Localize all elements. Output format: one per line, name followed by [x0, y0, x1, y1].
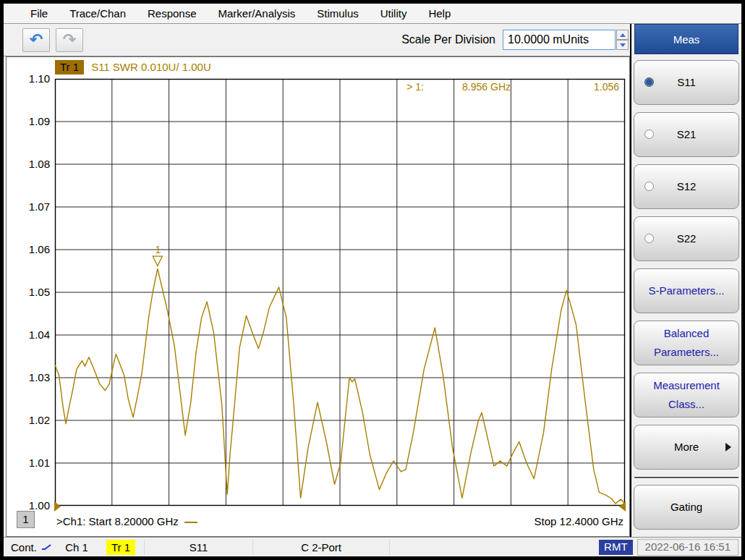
softkey-label: Measurement Class...: [640, 376, 733, 414]
trace-title: S11 SWR 0.010U/ 1.00U: [91, 61, 211, 73]
softkey-s11[interactable]: S11: [634, 60, 739, 105]
softkey-label: S11: [677, 73, 696, 92]
grid: [55, 79, 625, 506]
menu-help[interactable]: Help: [417, 7, 461, 20]
toolbar: ↶ ↷ Scale Per Division: [4, 24, 630, 56]
radio-selected-icon: [644, 77, 654, 87]
softkey-gating[interactable]: Gating: [634, 485, 739, 530]
trace-header: Tr 1S11 SWR 0.010U/ 1.00U: [55, 61, 211, 73]
y-axis-label: 1.08: [17, 158, 50, 171]
y-axis-label: 1.09: [17, 115, 50, 128]
marker-readout-name: > 1:: [406, 81, 424, 93]
trace-color-key-icon: [184, 522, 197, 523]
status-bar: Cont. Ch 1 Tr 1 S11 C 2-Port RMT 2022-06…: [4, 537, 741, 556]
marker-readout-value: 1.056: [594, 81, 619, 93]
y-axis-label: 1.02: [17, 414, 50, 427]
active-trace-indicator[interactable]: Tr 1: [106, 540, 135, 555]
menu-utility[interactable]: Utility: [370, 7, 418, 20]
softkey-label: S21: [677, 125, 697, 144]
marker-number-label: 1: [155, 244, 161, 255]
menu-bar: File Trace/Chan Response Marker/Analysis…: [4, 4, 741, 24]
softkey-s22[interactable]: S22: [634, 216, 739, 261]
continuous-sweep-icon: [41, 543, 53, 551]
menu-stimulus[interactable]: Stimulus: [306, 7, 370, 20]
datetime-display: 2022-06-16 16:51: [637, 539, 738, 556]
parameter-indicator: S11: [144, 540, 252, 555]
softkey-panel-header: Meas: [634, 24, 738, 54]
scale-spinner: [616, 30, 629, 50]
swr-plot: 1: [55, 79, 625, 506]
scale-per-division-label: Scale Per Division: [401, 33, 495, 46]
y-axis-label: 1.06: [17, 243, 50, 256]
redo-arrow-icon: ↷: [63, 32, 76, 48]
vna-application-window: File Trace/Chan Response Marker/Analysis…: [0, 0, 745, 560]
radio-unselected-icon: [644, 182, 654, 191]
softkey-separator: [634, 477, 738, 479]
sweep-mode-indicator[interactable]: Cont.: [11, 540, 56, 555]
softkey-label: More: [674, 438, 699, 457]
softkey-label: S12: [677, 177, 697, 196]
trace-display-window: Tr 1S11 SWR 0.010U/ 1.00U 1.101.091.081.…: [6, 56, 630, 537]
y-axis-label: 1.01: [17, 457, 50, 470]
softkey-s-parameters[interactable]: S-Parameters...: [634, 268, 739, 313]
y-axis-label: 1.10: [17, 72, 50, 85]
spinner-up-icon: [620, 33, 626, 37]
y-axis-label: 1.04: [17, 328, 50, 341]
softkey-label: S22: [677, 229, 697, 248]
spinner-up-button[interactable]: [616, 30, 629, 40]
undo-arrow-icon: ↶: [30, 32, 43, 48]
softkey-more[interactable]: More: [634, 425, 739, 470]
left-column: ↶ ↷ Scale Per Division Tr 1S11 SWR 0.010…: [4, 24, 630, 537]
sweep-mode-label: Cont.: [11, 541, 37, 553]
radio-unselected-icon: [644, 130, 654, 139]
softkey-label: Gating: [670, 498, 702, 517]
scale-per-division-input[interactable]: [503, 30, 616, 50]
softkey-balanced-parameters[interactable]: Balanced Parameters...: [634, 321, 739, 365]
channel-indicator[interactable]: Ch 1: [56, 540, 98, 555]
spinner-down-icon: [620, 43, 626, 47]
menu-file[interactable]: File: [20, 7, 59, 20]
y-axis-label: 1.03: [17, 371, 50, 384]
stimulus-stop-label: Stop 12.4000 GHz: [535, 515, 623, 527]
redo-button[interactable]: ↷: [56, 28, 83, 52]
spinner-down-button[interactable]: [616, 40, 629, 50]
y-axis-label: 1.07: [17, 200, 50, 213]
undo-button[interactable]: ↶: [22, 28, 50, 52]
content-row: ↶ ↷ Scale Per Division Tr 1S11 SWR 0.010…: [4, 24, 741, 537]
trace-badge[interactable]: Tr 1: [55, 60, 84, 75]
softkey-s12[interactable]: S12: [634, 164, 739, 209]
reference-level-icon-right: [619, 501, 626, 512]
menu-marker-analysis[interactable]: Marker/Analysis: [208, 7, 307, 20]
marker-1[interactable]: 1: [153, 244, 162, 266]
softkey-s21[interactable]: S21: [634, 112, 739, 157]
window-number-badge[interactable]: 1: [17, 511, 35, 528]
submenu-arrow-icon: [725, 443, 731, 451]
marker-triangle-icon: [153, 256, 162, 266]
marker-readout: > 1: 8.956 GHz 1.056: [55, 81, 625, 94]
remote-status-badge: RMT: [599, 540, 633, 555]
reference-level-icon-left: [54, 501, 61, 512]
y-axis-labels: 1.101.091.081.071.061.051.041.031.021.01…: [17, 57, 50, 536]
softkey-label: S-Parameters...: [648, 281, 724, 300]
y-axis-label: 1.05: [17, 286, 50, 299]
softkey-measurement-class[interactable]: Measurement Class...: [634, 373, 739, 417]
stimulus-start-label: >Ch1: Start 8.20000 GHz: [56, 515, 197, 527]
radio-unselected-icon: [644, 234, 654, 243]
menu-response[interactable]: Response: [137, 7, 208, 20]
softkey-panel: Meas S11 S21 S12 S22 S-Parameters... B: [630, 24, 741, 537]
marker-readout-frequency: 8.956 GHz: [462, 81, 511, 93]
calibration-indicator: C 2-Port: [252, 540, 390, 555]
softkey-label: Balanced Parameters...: [640, 324, 733, 362]
menu-trace-chan[interactable]: Trace/Chan: [59, 7, 137, 20]
